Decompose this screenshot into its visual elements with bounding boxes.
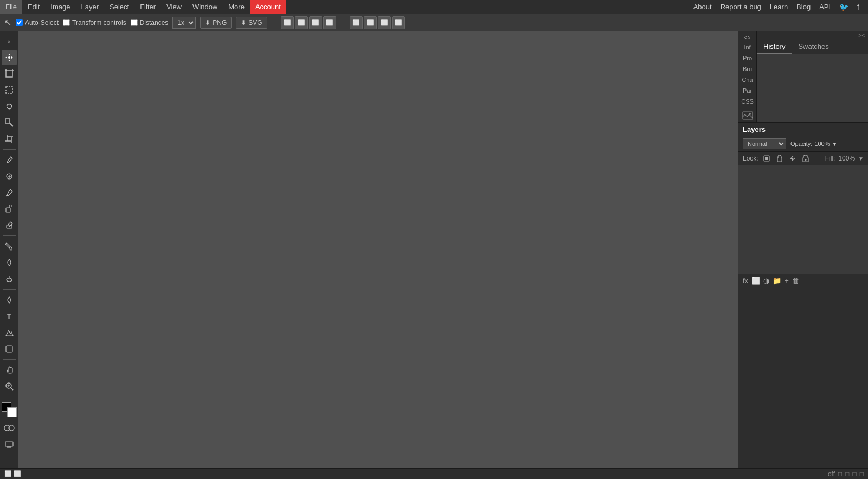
layer-add-button[interactable]: + — [785, 277, 789, 285]
opacity-value[interactable]: 100% — [814, 140, 830, 147]
distribute-h-button[interactable]: ⬜ — [350, 16, 363, 29]
status-doc-info: ⬜ ⬜ — [4, 470, 21, 477]
layer-fx-button[interactable]: fx — [743, 277, 748, 285]
mini-nav-info[interactable]: Inf — [740, 42, 756, 53]
healing-tool-button[interactable] — [2, 169, 17, 184]
mini-nav-css[interactable]: CSS — [740, 96, 756, 107]
lasso-tool-button[interactable] — [2, 99, 17, 114]
menu-api[interactable]: API — [819, 3, 831, 11]
distribute-equal-button[interactable]: ⬜ — [392, 16, 405, 29]
align-right-button[interactable]: ⬜ — [309, 16, 322, 29]
align-top-button[interactable]: ⬜ — [323, 16, 336, 29]
menu-account[interactable]: Account — [250, 0, 286, 14]
menu-view[interactable]: View — [161, 0, 187, 14]
menu-file[interactable]: File — [0, 0, 22, 14]
fill-chevron[interactable]: ▼ — [858, 156, 864, 162]
background-color[interactable] — [7, 407, 17, 417]
status-icon-2[interactable]: □ — [845, 470, 849, 478]
blur-tool-button[interactable] — [2, 255, 17, 270]
transform-controls-checkbox[interactable] — [63, 19, 70, 26]
shape-tool-button[interactable] — [2, 341, 17, 356]
lock-all-button[interactable] — [801, 154, 811, 163]
status-off[interactable]: off — [828, 470, 835, 478]
artboard-tool-button[interactable] — [2, 66, 17, 81]
menu-report-bug[interactable]: Report a bug — [721, 3, 761, 11]
blend-mode-select[interactable]: Normal — [743, 138, 786, 149]
menu-about[interactable]: About — [693, 3, 712, 11]
distances-label[interactable]: Distances — [140, 19, 169, 27]
menu-image[interactable]: Image — [45, 0, 75, 14]
marquee-icon — [5, 86, 14, 94]
layer-mask-button[interactable]: ⬜ — [751, 277, 760, 285]
lock-all-icon — [802, 155, 809, 162]
export-svg-button[interactable]: ⬇ SVG — [236, 17, 267, 29]
layer-group-button[interactable]: 📁 — [773, 277, 781, 285]
mini-nav-character[interactable]: Cha — [740, 74, 756, 85]
mini-nav-collapse[interactable]: <> — [744, 34, 751, 42]
export-png-button[interactable]: ⬇ PNG — [200, 17, 232, 29]
scale-select[interactable]: 1x 2x — [172, 17, 196, 29]
layer-delete-button[interactable]: 🗑 — [792, 277, 799, 285]
eyedropper-tool-button[interactable] — [2, 152, 17, 168]
menu-filter[interactable]: Filter — [134, 0, 161, 14]
lock-pixels-button[interactable] — [762, 154, 771, 163]
move-tool-button[interactable] — [2, 50, 17, 65]
clone-tool-button[interactable] — [2, 201, 17, 216]
brush-tool-button[interactable] — [2, 185, 17, 200]
svg-rect-42 — [765, 157, 768, 160]
menu-learn[interactable]: Learn — [770, 3, 788, 11]
menu-edit[interactable]: Edit — [22, 0, 45, 14]
menu-window[interactable]: Window — [187, 0, 223, 14]
panel-collapse-right[interactable]: >< — [757, 31, 868, 40]
distribute-center-button[interactable]: ⬜ — [378, 16, 391, 29]
menu-select[interactable]: Select — [104, 0, 134, 14]
menu-layer[interactable]: Layer — [76, 0, 105, 14]
tab-history[interactable]: History — [757, 40, 792, 54]
mini-nav-properties[interactable]: Pro — [740, 53, 756, 63]
mini-nav-brush[interactable]: Bru — [740, 63, 756, 74]
dodge-tool-button[interactable] — [2, 271, 17, 286]
tab-swatches[interactable]: Swatches — [792, 40, 835, 54]
align-left-button[interactable]: ⬜ — [281, 16, 294, 29]
lock-position-button[interactable] — [775, 154, 785, 163]
opacity-chevron[interactable]: ▼ — [832, 141, 838, 147]
wand-tool-button[interactable] — [2, 115, 17, 130]
lock-move-button[interactable] — [788, 154, 798, 163]
collapse-toolbar-button[interactable]: « — [2, 34, 17, 49]
fill-tool-button[interactable] — [2, 239, 17, 254]
crop-tool-button[interactable] — [2, 131, 17, 146]
auto-select-label[interactable]: Auto-Select — [25, 19, 59, 27]
fill-value[interactable]: 100% — [838, 155, 855, 162]
menu-more[interactable]: More — [223, 0, 250, 14]
menu-blog[interactable]: Blog — [796, 3, 811, 11]
options-bar: ↖ Auto-Select Transform controls Distanc… — [0, 14, 868, 31]
align-center-button[interactable]: ⬜ — [295, 16, 308, 29]
screen-mode-button[interactable] — [2, 437, 17, 452]
marquee-tool-button[interactable] — [2, 82, 17, 98]
healing-icon — [5, 172, 14, 181]
distances-checkbox[interactable] — [131, 19, 138, 26]
distribute-v-button[interactable]: ⬜ — [364, 16, 377, 29]
layers-header: Layers — [738, 123, 868, 136]
transform-controls-label[interactable]: Transform controls — [72, 19, 126, 27]
hand-icon — [5, 366, 14, 374]
status-icon-1[interactable]: □ — [838, 470, 842, 478]
menu-facebook[interactable]: f — [857, 3, 859, 11]
svg-label: SVG — [248, 19, 262, 27]
screen-mode-icon — [5, 441, 14, 448]
zoom-tool-button[interactable] — [2, 379, 17, 394]
color-swatches[interactable] — [2, 402, 17, 417]
path-selection-tool-button[interactable] — [2, 325, 17, 340]
eraser-tool-button[interactable] — [2, 218, 17, 233]
text-tool-button[interactable]: T — [2, 309, 17, 324]
mini-nav-paragraph[interactable]: Par — [740, 85, 756, 96]
auto-select-checkbox[interactable] — [16, 19, 23, 26]
status-icon-3[interactable]: □ — [853, 470, 857, 478]
quick-mask-button[interactable] — [2, 420, 17, 436]
pen-tool-button[interactable] — [2, 292, 17, 308]
hand-tool-button[interactable] — [2, 362, 17, 378]
status-icon-4[interactable]: □ — [860, 470, 864, 478]
mini-nav-image[interactable] — [740, 109, 755, 122]
menu-twitter[interactable]: 🐦 — [839, 3, 848, 11]
layer-adjustment-button[interactable]: ◑ — [763, 277, 769, 285]
